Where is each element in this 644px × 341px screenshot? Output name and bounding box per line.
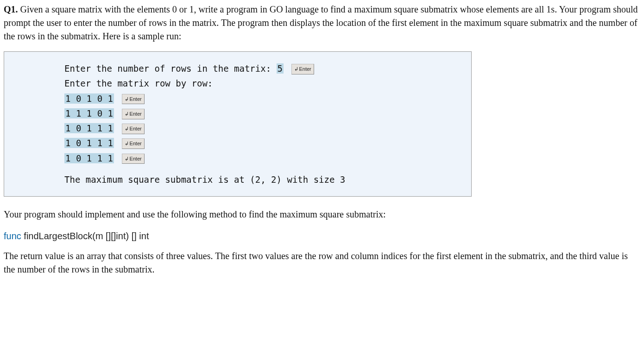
matrix-row: 1 0 1 1 1 Enter (64, 151, 460, 166)
enter-key-icon: Enter (122, 94, 144, 105)
enter-key-icon: Enter (122, 124, 144, 134)
matrix-row-value: 1 0 1 1 1 (64, 138, 114, 148)
matrix-row: 1 1 1 0 1 Enter (64, 106, 460, 121)
signature-rest: findLargestBlock(m [][]int) [] int (21, 231, 149, 241)
rows-input-value: 5 (277, 63, 284, 74)
blank-line (64, 166, 460, 172)
question-text: Given a square matrix with the elements … (4, 4, 638, 41)
question-label: Q1. (4, 4, 18, 14)
prompt-matrix-line: Enter the matrix row by row: (64, 76, 460, 91)
sample-run-box: Enter the number of rows in the matrix: … (4, 51, 472, 197)
matrix-row: 1 0 1 1 1 Enter (64, 136, 460, 150)
enter-key-icon: Enter (291, 64, 314, 74)
enter-key-icon: Enter (122, 138, 144, 149)
prompt-rows-line: Enter the number of rows in the matrix: … (64, 61, 460, 76)
prompt-matrix-text: Enter the matrix row by row: (64, 78, 213, 88)
result-line: The maximum square submatrix is at (2, 2… (64, 172, 460, 187)
matrix-row-value: 1 0 1 0 1 (64, 93, 114, 104)
matrix-row: 1 0 1 1 1 Enter (64, 121, 460, 136)
matrix-row-value: 1 0 1 1 1 (64, 123, 114, 133)
return-paragraph: The return value is an array that consis… (4, 249, 640, 276)
matrix-row-value: 1 0 1 1 1 (64, 153, 114, 163)
enter-key-icon: Enter (122, 154, 144, 164)
prompt-rows-text: Enter the number of rows in the matrix: (64, 63, 277, 74)
matrix-row-value: 1 1 1 0 1 (64, 108, 114, 118)
matrix-row: 1 0 1 0 1 Enter (64, 91, 460, 106)
question-paragraph: Q1. Given a square matrix with the eleme… (4, 3, 640, 43)
enter-key-icon: Enter (122, 109, 144, 119)
keyword-func: func (4, 231, 21, 241)
function-signature: func findLargestBlock(m [][]int) [] int (4, 229, 640, 243)
after-paragraph: Your program should implement and use th… (4, 208, 640, 221)
